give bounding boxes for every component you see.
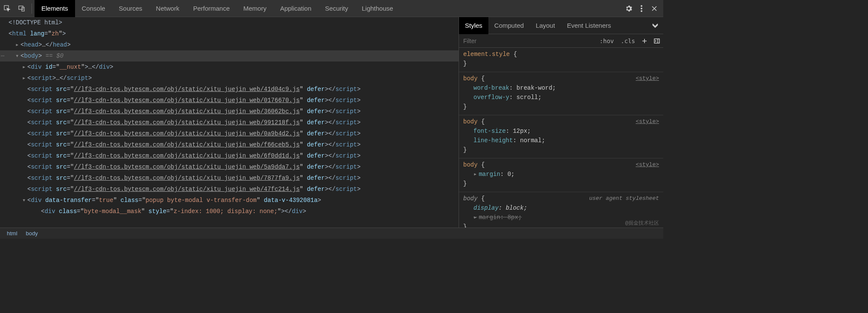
styles-tab-styles[interactable]: Styles bbox=[459, 17, 488, 34]
styles-filter-input[interactable] bbox=[459, 34, 596, 47]
divider bbox=[32, 3, 32, 14]
settings-gear-icon[interactable] bbox=[622, 0, 635, 17]
styles-sidebar: StylesComputedLayoutEvent Listeners :hov… bbox=[459, 17, 663, 228]
dom-node[interactable]: <script src="//lf3-cdn-tos.bytescm.com/o… bbox=[0, 139, 459, 150]
watermark-text: @掘金技术社区 bbox=[625, 219, 659, 227]
tab-performance[interactable]: Performance bbox=[186, 0, 237, 17]
device-toggle-icon[interactable] bbox=[15, 0, 29, 17]
tab-console[interactable]: Console bbox=[75, 0, 112, 17]
rule-source-link[interactable]: <style> bbox=[636, 74, 659, 83]
dom-node[interactable]: <script src="//lf3-cdn-tos.bytescm.com/o… bbox=[0, 128, 459, 139]
dom-node[interactable]: <div class="byte-modal__mask" style="z-i… bbox=[0, 206, 459, 217]
computed-toggle-icon[interactable] bbox=[650, 38, 663, 44]
svg-rect-1 bbox=[19, 6, 23, 9]
dom-node[interactable]: ⋯▾<body> == $0 bbox=[0, 50, 459, 61]
styles-tab-event-listeners[interactable]: Event Listeners bbox=[561, 17, 617, 34]
dom-node[interactable]: <script src="//lf3-cdn-tos.bytescm.com/o… bbox=[0, 150, 459, 161]
tab-memory[interactable]: Memory bbox=[237, 0, 273, 17]
dom-node[interactable]: <script src="//lf3-cdn-tos.bytescm.com/o… bbox=[0, 84, 459, 95]
cls-toggle[interactable]: .cls bbox=[617, 38, 639, 44]
close-devtools-icon[interactable] bbox=[648, 0, 661, 17]
style-rule[interactable]: body {<style>▸margin: 0;} bbox=[459, 158, 663, 192]
rule-source-link[interactable]: <style> bbox=[636, 117, 659, 126]
rule-source-link[interactable]: <style> bbox=[636, 160, 659, 170]
tab-security[interactable]: Security bbox=[318, 0, 355, 17]
dom-node[interactable]: <script src="//lf3-cdn-tos.bytescm.com/o… bbox=[0, 161, 459, 173]
devtools-tab-bar: ElementsConsoleSourcesNetworkPerformance… bbox=[0, 0, 663, 17]
breadcrumb-item[interactable]: html bbox=[3, 230, 22, 237]
breadcrumb-item[interactable]: body bbox=[22, 230, 42, 237]
dom-node[interactable]: <script src="//lf3-cdn-tos.bytescm.com/o… bbox=[0, 106, 459, 117]
main-tab-strip: ElementsConsoleSourcesNetworkPerformance… bbox=[35, 0, 400, 17]
dom-node[interactable]: <html lang="zh"> bbox=[0, 28, 459, 39]
styles-tab-layout[interactable]: Layout bbox=[530, 17, 561, 34]
svg-point-4 bbox=[641, 8, 642, 9]
style-rule[interactable]: body {<style>word-break: break-word;over… bbox=[459, 72, 663, 115]
dom-node[interactable]: ▸<head>…</head> bbox=[0, 39, 459, 50]
inspect-element-icon[interactable] bbox=[0, 0, 15, 17]
svg-point-3 bbox=[641, 5, 642, 7]
kebab-menu-icon[interactable] bbox=[635, 0, 648, 17]
dom-node[interactable]: <script src="//lf3-cdn-tos.bytescm.com/o… bbox=[0, 117, 459, 128]
dom-node[interactable]: <script src="//lf3-cdn-tos.bytescm.com/o… bbox=[0, 173, 459, 184]
new-rule-icon[interactable] bbox=[639, 38, 650, 44]
more-tabs-icon[interactable] bbox=[647, 23, 663, 28]
hov-toggle[interactable]: :hov bbox=[596, 38, 618, 44]
elements-dom-tree[interactable]: <!DOCTYPE html><html lang="zh">▸<head>…<… bbox=[0, 17, 459, 228]
tab-lighthouse[interactable]: Lighthouse bbox=[355, 0, 400, 17]
styles-tab-strip: StylesComputedLayoutEvent Listeners bbox=[459, 17, 663, 34]
dom-node[interactable]: <script src="//lf3-cdn-tos.bytescm.com/o… bbox=[0, 184, 459, 195]
dom-node[interactable]: <!DOCTYPE html> bbox=[0, 17, 459, 28]
styles-tab-computed[interactable]: Computed bbox=[488, 17, 530, 34]
svg-rect-6 bbox=[654, 39, 659, 43]
dom-node[interactable]: ▸<div id="__nuxt">…</div> bbox=[0, 61, 459, 73]
tab-application[interactable]: Application bbox=[273, 0, 318, 17]
dom-node[interactable]: ▾<div data-transfer="true" class="popup … bbox=[0, 195, 459, 206]
style-rule[interactable]: body {<style>font-size: 12px;line-height… bbox=[459, 115, 663, 158]
tab-network[interactable]: Network bbox=[149, 0, 186, 17]
breadcrumb-bar: html body bbox=[0, 228, 663, 239]
svg-point-5 bbox=[641, 10, 642, 12]
tab-elements[interactable]: Elements bbox=[35, 0, 75, 17]
dom-node[interactable]: <script src="//lf3-cdn-tos.bytescm.com/o… bbox=[0, 95, 459, 106]
tab-sources[interactable]: Sources bbox=[112, 0, 149, 17]
style-rule[interactable]: element.style {} bbox=[459, 48, 663, 72]
dom-node[interactable]: ▸<script>…</script> bbox=[0, 73, 459, 84]
